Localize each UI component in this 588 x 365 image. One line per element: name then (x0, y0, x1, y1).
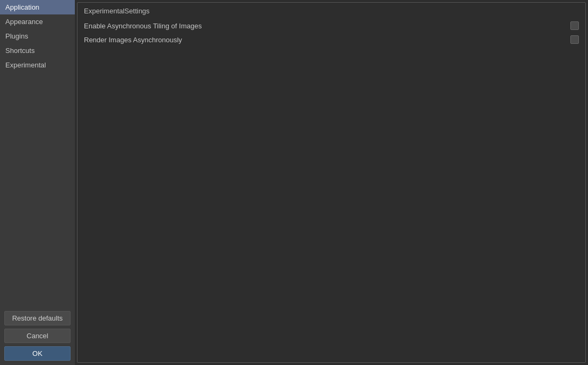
panel-title: ExperimentalSettings (84, 7, 579, 15)
sidebar-item-appearance[interactable]: Appearance (0, 14, 75, 29)
sidebar-item-experimental[interactable]: Experimental (0, 58, 75, 72)
async-render-checkbox[interactable] (570, 35, 579, 44)
sidebar-bottom-actions: Restore defaults Cancel OK (0, 307, 75, 365)
sidebar-item-plugins[interactable]: Plugins (0, 29, 75, 43)
sidebar-item-shortcuts[interactable]: Shortcuts (0, 43, 75, 58)
async-tiling-checkbox[interactable] (570, 21, 579, 30)
async-tiling-label: Enable Asynchronous Tiling of Images (84, 22, 566, 30)
settings-panel: ExperimentalSettings Enable Asynchronous… (77, 2, 586, 363)
async-render-label: Render Images Asynchronously (84, 36, 566, 44)
ok-button[interactable]: OK (4, 346, 71, 361)
restore-defaults-button[interactable]: Restore defaults (4, 311, 71, 325)
setting-row-async-render: Render Images Asynchronously (84, 35, 579, 44)
sidebar-item-application[interactable]: Application (0, 0, 75, 14)
main-content: ExperimentalSettings Enable Asynchronous… (75, 0, 588, 365)
setting-row-async-tiling: Enable Asynchronous Tiling of Images (84, 21, 579, 30)
cancel-button[interactable]: Cancel (4, 329, 71, 343)
sidebar: Application Appearance Plugins Shortcuts… (0, 0, 75, 365)
